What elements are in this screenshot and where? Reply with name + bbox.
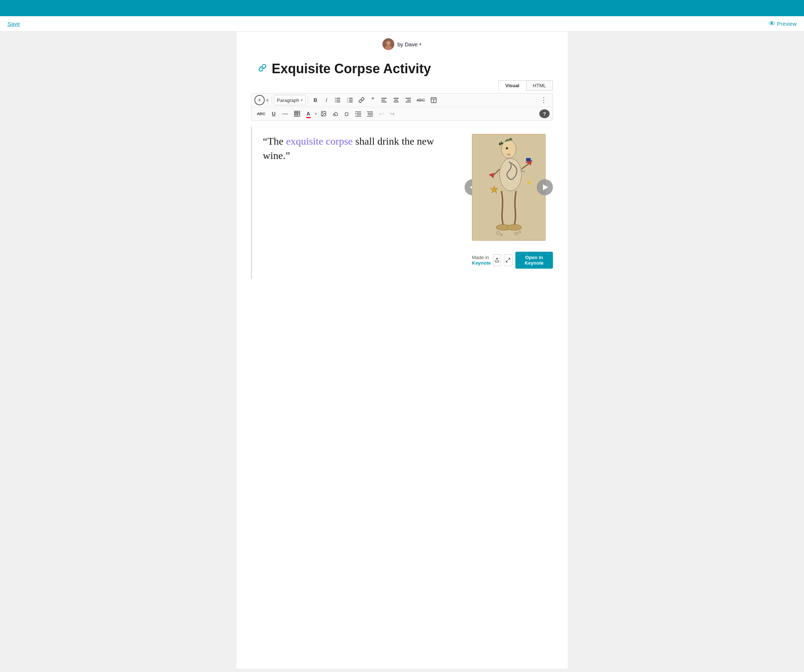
slide-play-button[interactable] <box>537 179 553 196</box>
svg-rect-9 <box>337 101 340 102</box>
svg-marker-39 <box>355 113 356 114</box>
made-in-text: Made in Keynote <box>472 254 493 266</box>
author-chevron-icon: ▾ <box>419 42 422 47</box>
svg-point-34 <box>322 113 323 113</box>
svg-rect-19 <box>394 98 399 99</box>
separator-1 <box>272 96 272 104</box>
tab-html[interactable]: HTML <box>526 80 553 91</box>
toolbar-row-2: ABC U — A ▾ Ω ↩ ↪ <box>252 107 552 120</box>
svg-rect-7 <box>337 100 340 101</box>
align-center-button[interactable] <box>391 95 402 105</box>
page-title: Exquisite Corpse Activity <box>272 61 431 77</box>
svg-rect-24 <box>406 101 411 102</box>
media-button[interactable] <box>318 109 329 119</box>
content-area: “The exquisite corpse shall drink the ne… <box>263 127 553 279</box>
bold-button[interactable]: B <box>310 95 321 105</box>
svg-rect-13 <box>349 100 353 101</box>
svg-rect-16 <box>381 98 387 99</box>
indent-button[interactable] <box>353 109 364 119</box>
add-block-button[interactable]: + <box>254 95 265 105</box>
svg-rect-37 <box>357 114 361 115</box>
strikethrough-button[interactable]: ABC <box>254 109 268 119</box>
author-bar: by Dave ▾ <box>236 32 568 54</box>
share-button[interactable] <box>493 254 501 266</box>
svg-rect-40 <box>367 111 373 112</box>
outdent-button[interactable] <box>364 109 376 119</box>
horizontal-rule-button[interactable]: — <box>280 109 291 119</box>
keynote-embed: ~notes~ Made in Keynote <box>472 134 553 272</box>
help-button[interactable]: ? <box>539 109 550 118</box>
table-button[interactable] <box>292 109 302 119</box>
omega-button[interactable]: Ω <box>342 109 352 119</box>
svg-marker-44 <box>368 113 368 114</box>
eraser-button[interactable] <box>330 109 341 119</box>
svg-text:3.: 3. <box>347 101 349 103</box>
svg-rect-5 <box>337 98 340 99</box>
svg-rect-4 <box>335 98 336 99</box>
svg-rect-41 <box>368 113 373 114</box>
save-button[interactable]: Save <box>7 21 20 27</box>
expand-button[interactable] <box>504 254 512 266</box>
editor-body[interactable]: “The exquisite corpse shall drink the ne… <box>251 127 553 279</box>
toolbar-divider-icon: ▾ <box>265 98 270 103</box>
svg-point-3 <box>387 41 390 45</box>
svg-rect-21 <box>394 101 399 102</box>
editor-toolbar: + ▾ Paragraph ▾ B I 1.2.3. <box>251 93 553 121</box>
svg-point-53 <box>507 225 521 230</box>
redo-button[interactable]: ↪ <box>387 109 397 119</box>
link-button[interactable] <box>356 95 367 105</box>
svg-rect-58 <box>526 158 531 161</box>
preview-link[interactable]: 👁 Preview <box>769 20 797 28</box>
keynote-actions: Open in Keynote <box>493 252 553 269</box>
align-left-button[interactable] <box>379 95 390 105</box>
more-options-button[interactable]: ⋮ <box>538 95 550 105</box>
top-bar <box>0 0 804 16</box>
svg-rect-6 <box>335 100 336 101</box>
keynote-link[interactable]: Keynote <box>472 260 491 266</box>
underline-button[interactable]: U <box>269 109 279 119</box>
font-color-dropdown-icon[interactable]: ▾ <box>314 111 317 116</box>
svg-rect-43 <box>367 116 373 117</box>
svg-rect-11 <box>349 98 353 99</box>
svg-rect-38 <box>355 116 361 117</box>
permalink-icon[interactable] <box>258 64 266 74</box>
ordered-list-button[interactable]: 1.2.3. <box>344 95 355 105</box>
table-insert-button[interactable] <box>428 95 439 105</box>
keynote-footer: Made in Keynote Open in Keynote <box>472 246 553 272</box>
svg-rect-28 <box>294 111 300 116</box>
svg-rect-23 <box>407 100 411 101</box>
separator-2 <box>308 96 308 104</box>
svg-rect-35 <box>355 111 361 112</box>
tab-visual[interactable]: Visual <box>498 80 526 91</box>
svg-rect-15 <box>349 101 353 102</box>
toolbar-row-1: + ▾ Paragraph ▾ B I 1.2.3. <box>252 93 552 107</box>
align-right-button[interactable] <box>402 95 413 105</box>
font-color-button[interactable]: A <box>303 109 314 119</box>
author-name[interactable]: by Dave ▾ <box>397 41 421 47</box>
svg-rect-17 <box>381 100 385 101</box>
italic-button[interactable]: I <box>321 95 332 105</box>
svg-rect-42 <box>368 114 373 115</box>
svg-point-48 <box>507 153 511 156</box>
paragraph-select[interactable]: Paragraph ▾ <box>274 95 306 105</box>
svg-point-47 <box>506 147 508 149</box>
eye-icon: 👁 <box>769 20 775 28</box>
svg-rect-22 <box>406 98 411 99</box>
keynote-slide-image: ~notes~ <box>472 134 546 241</box>
page-title-area: Exquisite Corpse Activity <box>236 54 568 80</box>
editor-tabs: Visual HTML <box>236 80 568 91</box>
svg-rect-18 <box>381 101 387 102</box>
spellcheck-button[interactable]: ABC <box>414 95 428 105</box>
blockquote-button[interactable]: " <box>368 95 378 105</box>
svg-rect-20 <box>394 100 398 101</box>
quote-text: “The exquisite corpse shall drink the ne… <box>263 134 461 163</box>
open-keynote-button[interactable]: Open in Keynote <box>515 252 553 269</box>
svg-rect-8 <box>335 101 336 102</box>
svg-rect-36 <box>357 113 361 114</box>
header-toolbar: Save 👁 Preview <box>0 16 804 32</box>
avatar <box>382 38 394 50</box>
undo-button[interactable]: ↩ <box>376 109 387 119</box>
unordered-list-button[interactable] <box>332 95 343 105</box>
page-content: by Dave ▾ Exquisite Corpse Activity Visu… <box>236 32 568 669</box>
